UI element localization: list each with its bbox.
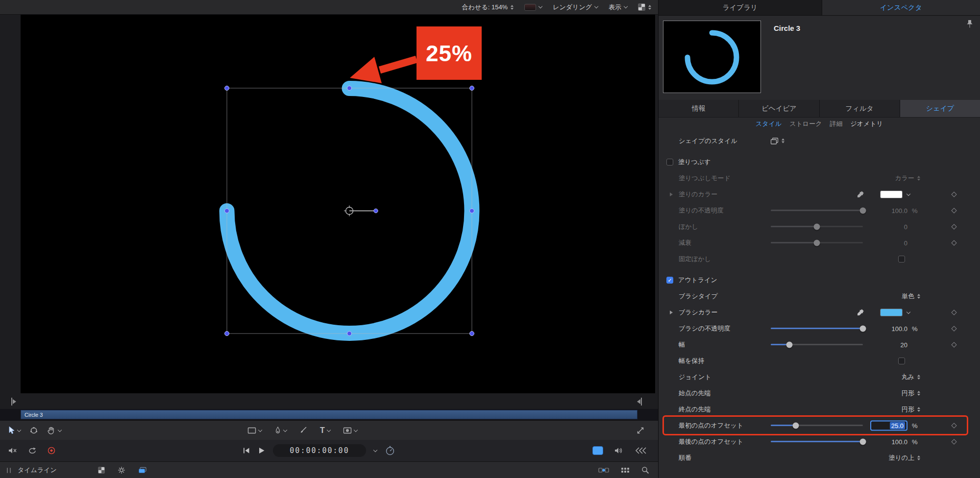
subtab-geometry[interactable]: ジオメトリ — [850, 120, 883, 128]
pin-icon[interactable] — [966, 20, 973, 28]
fill-mode-popup[interactable]: カラー — [895, 174, 920, 183]
loop-button[interactable] — [27, 447, 37, 454]
preserve-width-checkbox[interactable] — [898, 358, 905, 364]
zoom-fit-popup[interactable]: 合わせる: 154% — [462, 3, 514, 12]
shape-style-preset-popup[interactable] — [770, 137, 784, 144]
start-cap-popup[interactable]: 円形 — [902, 389, 920, 398]
joint-popup[interactable]: 丸み — [902, 373, 920, 382]
eyedropper-icon[interactable] — [857, 191, 864, 198]
zoom-magnifier-icon[interactable] — [641, 466, 649, 474]
tab-info[interactable]: 情報 — [659, 100, 739, 117]
keyframe-diamond-icon[interactable] — [951, 439, 956, 444]
library-tab-label: ライブラリ — [722, 3, 758, 12]
view-label: 表示 — [609, 3, 621, 12]
hand-icon — [47, 426, 56, 435]
range-end-marker[interactable] — [636, 397, 642, 406]
fill-opacity-slider[interactable] — [771, 210, 863, 211]
gear-icon[interactable] — [118, 466, 125, 474]
width-slider[interactable] — [771, 344, 863, 345]
audio-button[interactable] — [614, 447, 624, 454]
first-point-offset-slider[interactable] — [771, 425, 863, 426]
fill-checkbox[interactable] — [666, 159, 673, 166]
chevron-down-icon[interactable] — [906, 191, 910, 195]
eyedropper-icon[interactable] — [857, 309, 864, 316]
keyframe-diamond-icon[interactable] — [951, 224, 956, 229]
falloff-slider[interactable] — [771, 242, 863, 243]
keyframe-diamond-icon[interactable] — [951, 191, 956, 197]
canvas[interactable]: 25% — [21, 15, 655, 393]
hud-timer-icon[interactable] — [385, 445, 395, 456]
outline-checkbox[interactable] — [666, 277, 673, 284]
render-color-popup[interactable] — [524, 4, 542, 11]
fullscreen-button[interactable] — [637, 427, 644, 434]
transition-keyframe-icon[interactable] — [598, 467, 609, 474]
tab-shape[interactable]: シェイプ — [900, 100, 980, 117]
popup-arrows-icon — [917, 391, 920, 396]
object-name: Circle 3 — [774, 24, 800, 32]
fill-color-swatch[interactable] — [880, 191, 903, 198]
keyframe-diamond-icon[interactable] — [951, 310, 956, 315]
track-grid-icon[interactable] — [621, 467, 630, 473]
row-brush-color: ブラシカラー — [659, 304, 980, 320]
render-color-swatch-icon — [524, 4, 536, 11]
tab-library[interactable]: ライブラリ — [659, 0, 822, 15]
layers-icon[interactable] — [138, 467, 147, 474]
row-last-point-offset: 最後の点のオフセット 100.0 % — [659, 433, 980, 450]
drag-handle-icon[interactable] — [7, 468, 8, 473]
muted-speaker-icon — [8, 447, 18, 454]
range-start-marker[interactable] — [11, 397, 18, 406]
end-cap-popup[interactable]: 円形 — [902, 405, 920, 414]
timecode-chevron-icon[interactable] — [373, 448, 377, 452]
checkerboard-view-icon[interactable] — [98, 467, 105, 474]
show-hud-button[interactable] — [592, 446, 603, 455]
edit-points-tool[interactable] — [29, 426, 38, 435]
paint-stroke-tool[interactable] — [299, 427, 307, 434]
keyframe-diamond-icon[interactable] — [951, 240, 956, 245]
play-button[interactable] — [258, 447, 265, 454]
collapse-panel-button[interactable] — [635, 447, 647, 454]
order-popup[interactable]: 塗りの上 — [888, 454, 920, 462]
timecode-display[interactable]: 00:00:00:00 — [273, 444, 366, 457]
rendering-label: レンダリング — [553, 3, 592, 12]
keyframe-diamond-icon[interactable] — [951, 342, 956, 347]
timebar-circle3[interactable]: Circle 3 — [21, 410, 637, 419]
feather-slider[interactable] — [771, 226, 863, 227]
brush-color-swatch[interactable] — [880, 309, 903, 316]
subtab-style[interactable]: スタイル — [756, 120, 782, 128]
popup-arrows-icon — [917, 455, 920, 460]
bezier-tool[interactable] — [274, 427, 287, 434]
fixed-feather-checkbox[interactable] — [898, 256, 905, 263]
pen-nib-icon — [274, 427, 281, 434]
mini-timeline[interactable]: Circle 3 — [0, 409, 658, 420]
rectangle-tool[interactable] — [247, 427, 262, 434]
last-point-offset-slider[interactable] — [771, 441, 863, 442]
disclosure-triangle-icon[interactable] — [670, 192, 673, 196]
brush-type-popup[interactable]: 単色 — [902, 292, 920, 301]
channels-popup[interactable] — [638, 3, 651, 11]
rotation-handle[interactable] — [374, 209, 378, 213]
timecode-value: 00:00:00:00 — [290, 446, 349, 455]
first-point-offset-field[interactable]: 25.0 — [870, 420, 907, 430]
drag-handle-icon[interactable] — [10, 468, 11, 473]
keyframe-diamond-icon[interactable] — [951, 423, 956, 428]
keyframe-diamond-icon[interactable] — [951, 208, 956, 213]
disclosure-triangle-icon[interactable] — [670, 311, 673, 314]
text-tool[interactable] — [320, 426, 330, 435]
keyframe-diamond-icon[interactable] — [951, 326, 956, 331]
tab-inspector[interactable]: インスペクタ — [822, 0, 980, 15]
rendering-popup[interactable]: レンダリング — [553, 3, 598, 12]
view-popup[interactable]: 表示 — [609, 3, 627, 12]
chevron-down-icon — [539, 4, 542, 8]
mute-button[interactable] — [8, 447, 18, 454]
go-to-start-button[interactable] — [243, 447, 250, 454]
pan-tool[interactable] — [47, 426, 61, 435]
select-tool[interactable] — [8, 426, 21, 435]
tab-behaviors[interactable]: ビヘイビア — [739, 100, 819, 117]
subtab-advanced[interactable]: 詳細 — [830, 120, 842, 128]
record-button[interactable] — [47, 446, 56, 455]
subtab-stroke[interactable]: ストローク — [789, 120, 822, 128]
chevron-down-icon[interactable] — [906, 310, 910, 313]
tab-filters[interactable]: フィルタ — [820, 100, 900, 117]
mask-tool[interactable] — [343, 427, 357, 434]
brush-opacity-slider[interactable] — [771, 328, 863, 329]
